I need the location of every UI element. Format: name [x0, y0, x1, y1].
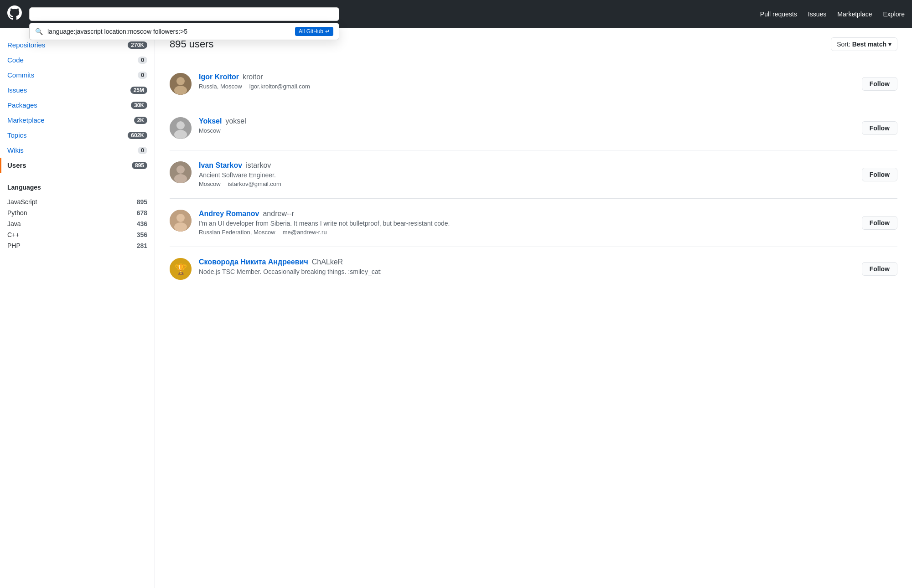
main-layout: Repositories 270K Code 0 Commits 0 Issue…: [0, 28, 912, 588]
header: language:javascript location:moscow foll…: [0, 0, 912, 28]
search-input[interactable]: language:javascript location:moscow foll…: [29, 7, 339, 21]
sidebar-badge: 602K: [128, 132, 147, 139]
search-scope-badge[interactable]: All GitHub ↵: [295, 27, 333, 36]
user-display-name[interactable]: Yoksel: [199, 117, 222, 125]
language-count: 281: [137, 242, 147, 249]
user-display-name[interactable]: Сковорода Никита Андреевич: [199, 258, 308, 266]
language-row: Java 436: [7, 218, 147, 229]
sidebar-item-label: Marketplace: [7, 116, 45, 124]
sidebar-item-packages[interactable]: Packages 30K: [0, 98, 155, 113]
user-email: istarkov@gmail.com: [228, 181, 281, 187]
avatar: [170, 117, 192, 139]
sidebar-item-label: Code: [7, 56, 24, 64]
user-meta: Moscow istarkov@gmail.com: [199, 181, 855, 187]
user-email: igor.kroitor@gmail.com: [249, 83, 310, 90]
follow-button[interactable]: Follow: [862, 216, 897, 230]
user-name-row: Andrey Romanov andrew--r: [199, 210, 855, 218]
languages-title: Languages: [7, 184, 147, 191]
language-count: 436: [137, 220, 147, 227]
user-name-row: Yoksel yoksel: [199, 117, 855, 125]
user-meta: Moscow: [199, 127, 855, 134]
sidebar-item-wikis[interactable]: Wikis 0: [0, 143, 155, 158]
sort-value: Best match: [852, 41, 886, 48]
user-info: Igor Kroitor kroitor Russia, Moscow igor…: [199, 73, 855, 90]
sidebar-badge: 0: [138, 57, 147, 64]
user-name-row: Igor Kroitor kroitor: [199, 73, 855, 81]
search-container: language:javascript location:moscow foll…: [29, 7, 339, 21]
user-info: Yoksel yoksel Moscow: [199, 117, 855, 134]
language-row: C++ 356: [7, 229, 147, 240]
sidebar-badge: 30K: [131, 102, 147, 109]
avatar: [170, 73, 192, 95]
search-scope-text: All GitHub: [299, 28, 323, 35]
sidebar-item-marketplace[interactable]: Marketplace 2K: [0, 113, 155, 128]
user-location: Moscow: [199, 127, 221, 134]
language-name: C++: [7, 231, 19, 238]
avatar: [170, 161, 192, 183]
sidebar-item-label: Users: [7, 161, 26, 169]
sidebar-badge: 2K: [134, 117, 147, 124]
sidebar-item-issues[interactable]: Issues 25M: [0, 83, 155, 98]
user-card: Igor Kroitor kroitor Russia, Moscow igor…: [170, 62, 897, 106]
language-count: 356: [137, 231, 147, 238]
languages-section: Languages JavaScript 895 Python 678 Java…: [0, 184, 155, 251]
language-row: PHP 281: [7, 240, 147, 251]
sidebar: Repositories 270K Code 0 Commits 0 Issue…: [0, 28, 155, 588]
language-count: 895: [137, 198, 147, 206]
sidebar-item-commits[interactable]: Commits 0: [0, 67, 155, 83]
sidebar-badge: 0: [138, 72, 147, 79]
nav-marketplace[interactable]: Marketplace: [837, 10, 872, 18]
sidebar-item-label: Repositories: [7, 41, 45, 49]
follow-button[interactable]: Follow: [862, 168, 897, 181]
sidebar-item-code[interactable]: Code 0: [0, 52, 155, 67]
header-nav: Pull requests Issues Marketplace Explore: [760, 10, 905, 18]
user-card: Yoksel yoksel Moscow Follow: [170, 106, 897, 150]
user-location: Russia, Moscow: [199, 83, 242, 90]
user-display-name[interactable]: Ivan Starkov: [199, 161, 242, 170]
svg-point-2: [174, 86, 187, 95]
sort-button[interactable]: Sort: Best match ▾: [831, 37, 897, 51]
avatar: [170, 210, 192, 232]
user-info: Сковорода Никита Андреевич ChALkeR Node.…: [199, 258, 855, 277]
search-dropdown-query: language:javascript location:moscow foll…: [47, 28, 290, 35]
sort-chevron-icon: ▾: [888, 41, 891, 48]
follow-button[interactable]: Follow: [862, 121, 897, 135]
user-login: yoksel: [225, 117, 246, 125]
sidebar-badge: 895: [132, 162, 147, 169]
nav-explore[interactable]: Explore: [883, 10, 905, 18]
sidebar-item-label: Commits: [7, 71, 34, 79]
sidebar-badge: 270K: [128, 41, 147, 49]
language-name: Python: [7, 209, 27, 217]
search-scope-key: ↵: [325, 28, 330, 35]
sidebar-item-label: Packages: [7, 101, 37, 109]
user-meta: Russian Federation, Moscow me@andrew-r.r…: [199, 229, 855, 236]
follow-button[interactable]: Follow: [862, 262, 897, 276]
user-bio: Ancient Software Engineer.: [199, 171, 855, 179]
github-logo[interactable]: [7, 5, 22, 23]
sidebar-item-label: Issues: [7, 86, 27, 94]
nav-pull-requests[interactable]: Pull requests: [760, 10, 797, 18]
sidebar-item-users[interactable]: Users 895: [0, 158, 155, 173]
user-location: Russian Federation, Moscow: [199, 229, 275, 236]
sidebar-badge: 0: [138, 147, 147, 154]
svg-point-10: [176, 214, 185, 222]
nav-issues[interactable]: Issues: [808, 10, 826, 18]
language-row: Python 678: [7, 207, 147, 218]
svg-point-8: [174, 174, 187, 183]
user-card: Ivan Starkov istarkov Ancient Software E…: [170, 150, 897, 199]
user-display-name[interactable]: Andrey Romanov: [199, 210, 259, 218]
user-display-name[interactable]: Igor Kroitor: [199, 73, 239, 81]
svg-point-7: [176, 165, 185, 174]
sidebar-item-label: Topics: [7, 131, 27, 139]
user-bio: Node.js TSC Member. Occasionally breakin…: [199, 268, 855, 275]
language-row: JavaScript 895: [7, 196, 147, 207]
follow-button[interactable]: Follow: [862, 77, 897, 91]
svg-point-5: [174, 130, 187, 139]
main-content: 895 users Sort: Best match ▾ Igor Kroito…: [155, 28, 912, 588]
user-card: 🏆 Сковорода Никита Андреевич ChALkeR Nod…: [170, 247, 897, 291]
user-info: Ivan Starkov istarkov Ancient Software E…: [199, 161, 855, 187]
sidebar-item-topics[interactable]: Topics 602K: [0, 128, 155, 143]
svg-point-11: [174, 222, 187, 232]
svg-point-4: [176, 121, 185, 129]
user-bio: I'm an UI developer from Siberia. It mea…: [199, 220, 855, 227]
